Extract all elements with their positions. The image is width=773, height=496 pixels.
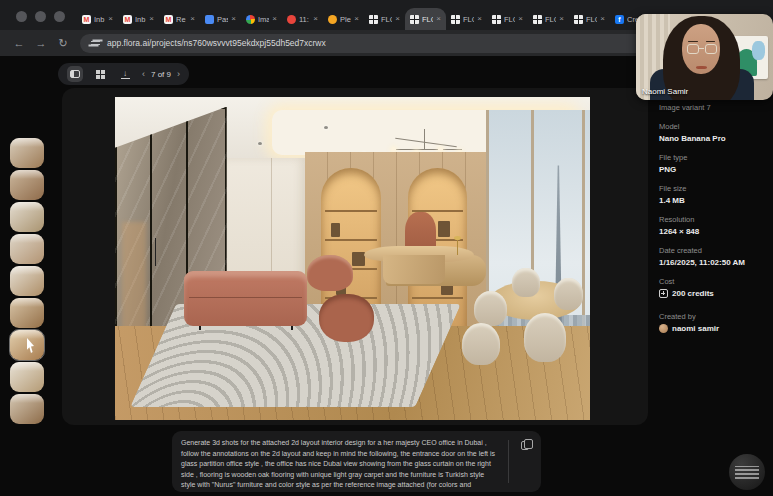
browser-tab[interactable]: Ima — [241, 8, 282, 30]
tab-close-icon[interactable] — [518, 15, 523, 23]
render-spotlight — [258, 142, 262, 145]
forward-icon[interactable]: → — [32, 38, 50, 49]
cost-label: Cost — [659, 277, 765, 286]
browser-tab[interactable]: Inb — [118, 8, 159, 30]
minimize-window-button[interactable] — [35, 11, 46, 22]
generated-office-render[interactable] — [115, 97, 590, 420]
download-icon — [121, 70, 130, 79]
browser-tab[interactable]: Inb — [77, 8, 118, 30]
tab-close-icon[interactable] — [436, 15, 441, 23]
render-shelf-item — [438, 221, 450, 237]
variant-thumbnail[interactable] — [10, 138, 44, 168]
webcam-lips — [696, 66, 707, 69]
render-terracotta-sofa — [184, 271, 308, 326]
render-shelf — [325, 210, 376, 212]
cost-field: Cost 200 credits — [659, 277, 765, 298]
maximize-window-button[interactable] — [54, 11, 65, 22]
prompt-actions — [508, 440, 541, 483]
site-settings-icon[interactable] — [91, 39, 100, 47]
tab-label: FLO — [422, 15, 433, 24]
variant-thumbnail[interactable] — [10, 298, 44, 328]
chat-widget-button[interactable] — [729, 454, 765, 490]
tab-strip: Inb Inb Re Pas — [77, 8, 651, 30]
prompt-box: Generate 3d shots for the attached 2d la… — [172, 431, 541, 492]
tab-favicon-icon — [164, 15, 173, 24]
tab-label: 11: — [299, 15, 310, 24]
tab-label: FLO — [545, 15, 556, 24]
variant-label: Image variant 7 — [659, 103, 765, 112]
sidebar-toggle-button[interactable] — [67, 66, 83, 82]
tab-close-icon[interactable] — [231, 15, 236, 23]
tab-label: FLO — [586, 15, 597, 24]
tab-favicon-icon — [328, 15, 337, 24]
tab-label: FLO — [381, 15, 392, 24]
tab-favicon-icon — [533, 15, 542, 24]
credits-icon — [659, 289, 668, 298]
render-desk-front — [383, 255, 445, 284]
variant-thumbnail[interactable] — [10, 202, 44, 232]
tab-close-icon[interactable] — [149, 15, 154, 23]
field-label: File size — [659, 184, 765, 193]
tab-label: Ima — [258, 15, 269, 24]
browser-tab[interactable]: Pas — [200, 8, 241, 30]
page-navigator: 7 of 9 — [142, 69, 180, 79]
render-shelf-item — [331, 223, 341, 237]
image-viewer-panel — [62, 88, 648, 425]
prompt-text[interactable]: Generate 3d shots for the attached 2d la… — [172, 431, 508, 492]
tab-label: Re — [176, 15, 187, 24]
variant-thumbnail[interactable] — [10, 170, 44, 200]
tab-label: FLO — [504, 15, 515, 24]
participant-name-label: Naomi Samir — [642, 87, 688, 96]
tab-close-icon[interactable] — [313, 15, 318, 23]
field-label: Model — [659, 122, 765, 131]
field-label: Date created — [659, 246, 765, 255]
variant-thumbnail[interactable] — [10, 266, 44, 296]
browser-tab[interactable]: 11: — [282, 8, 323, 30]
variant-thumbnail[interactable] — [10, 234, 44, 264]
tab-close-icon[interactable] — [477, 15, 482, 23]
image-details-panel: Image variant 7 Model Nano Banana Pro Fi… — [648, 56, 773, 496]
tab-close-icon[interactable] — [600, 15, 605, 23]
download-button[interactable] — [117, 66, 133, 82]
tab-favicon-icon — [451, 15, 460, 24]
render-chandelier — [424, 129, 425, 148]
variant-thumbnail[interactable] — [10, 362, 44, 392]
browser-tab[interactable]: FLO — [364, 8, 405, 30]
copy-icon[interactable] — [521, 441, 529, 450]
field-value: PNG — [659, 165, 765, 174]
previous-image-button[interactable] — [142, 69, 145, 79]
tab-favicon-icon — [82, 15, 91, 24]
field-value: 1/16/2025, 11:02:50 AM — [659, 258, 765, 267]
render-meeting-chair — [474, 291, 507, 327]
details-field: File type PNG — [659, 153, 765, 174]
webcam-glasses-bridge — [699, 48, 704, 49]
browser-tab[interactable]: FLO — [405, 8, 446, 30]
browser-tab[interactable]: FLO — [528, 8, 569, 30]
next-image-button[interactable] — [177, 69, 180, 79]
render-shelf — [412, 297, 463, 299]
render-shelf-item — [352, 252, 365, 266]
browser-tab[interactable]: FLO — [487, 8, 528, 30]
tab-close-icon[interactable] — [108, 15, 113, 23]
tab-close-icon[interactable] — [354, 15, 359, 23]
webcam-eyebrow — [706, 41, 716, 43]
tab-close-icon[interactable] — [395, 15, 400, 23]
field-value: Nano Banana Pro — [659, 134, 765, 143]
reload-icon[interactable]: ↻ — [54, 38, 72, 49]
tab-close-icon[interactable] — [190, 15, 195, 23]
window-controls — [16, 11, 65, 22]
grid-view-button[interactable] — [92, 66, 108, 82]
browser-tab[interactable]: Re — [159, 8, 200, 30]
browser-tab[interactable]: FLO — [569, 8, 610, 30]
tab-close-icon[interactable] — [272, 15, 277, 23]
tab-favicon-icon — [410, 15, 419, 24]
browser-tab[interactable]: FLO — [446, 8, 487, 30]
tab-close-icon[interactable] — [559, 15, 564, 23]
close-window-button[interactable] — [16, 11, 27, 22]
webcam-overlay[interactable]: Naomi Samir — [636, 14, 773, 100]
browser-tab[interactable]: Ple — [323, 8, 364, 30]
variant-thumbnail[interactable] — [10, 394, 44, 424]
render-meeting-chair — [524, 313, 567, 361]
back-icon[interactable]: ← — [10, 38, 28, 49]
render-armchair — [307, 255, 352, 291]
